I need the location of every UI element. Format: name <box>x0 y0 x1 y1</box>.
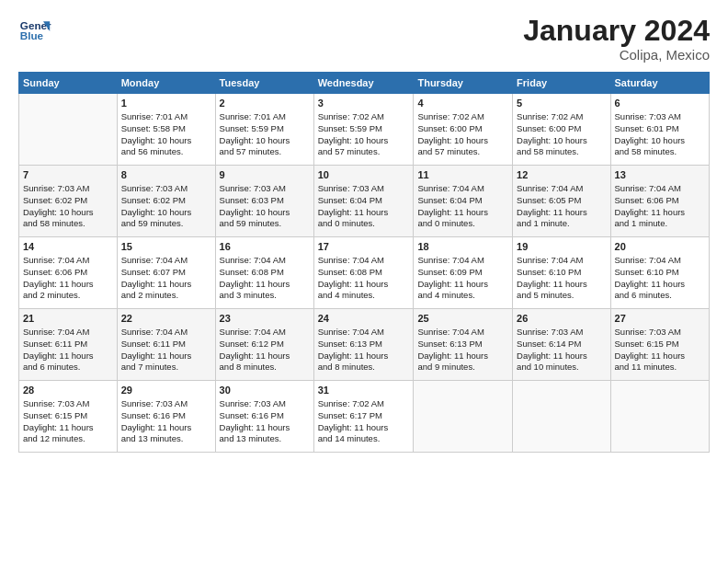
day-number: 15 <box>121 240 211 254</box>
week-row-2: 7Sunrise: 7:03 AMSunset: 6:02 PMDaylight… <box>19 166 710 237</box>
cell-info-line: and 58 minutes. <box>615 146 705 158</box>
header: General Blue January 2024 Colipa, Mexico <box>18 15 710 63</box>
cell-info-line: Sunrise: 7:04 AM <box>318 255 410 267</box>
calendar-cell: 1Sunrise: 7:01 AMSunset: 5:58 PMDaylight… <box>117 94 215 166</box>
cell-info-line: Sunrise: 7:02 AM <box>318 111 410 123</box>
cell-info-line: and 3 minutes. <box>220 290 310 302</box>
cell-info-line: Sunrise: 7:02 AM <box>417 111 508 123</box>
cell-info-line: Daylight: 10 hours <box>517 135 606 147</box>
cell-info-line: Daylight: 11 hours <box>23 350 113 362</box>
calendar-cell: 10Sunrise: 7:03 AMSunset: 6:04 PMDayligh… <box>313 166 414 237</box>
cell-info-line: Sunset: 6:13 PM <box>417 339 508 350</box>
cell-info-line: Sunset: 6:10 PM <box>615 267 705 279</box>
calendar-cell: 7Sunrise: 7:03 AMSunset: 6:02 PMDaylight… <box>19 166 118 237</box>
cell-info-line: Sunrise: 7:04 AM <box>615 183 705 195</box>
cell-info-line: Sunrise: 7:04 AM <box>220 255 310 267</box>
cell-info-line: Daylight: 11 hours <box>615 279 705 291</box>
cell-info-line: Daylight: 11 hours <box>220 350 310 362</box>
cell-info-line: and 56 minutes. <box>121 146 211 158</box>
cell-info-line: Sunrise: 7:04 AM <box>517 183 606 195</box>
day-number: 30 <box>220 384 310 397</box>
svg-text:Blue: Blue <box>20 29 44 41</box>
cell-info-line: and 58 minutes. <box>23 218 113 230</box>
col-sunday: Sunday <box>19 73 118 94</box>
cell-info-line: and 2 minutes. <box>23 290 113 302</box>
cell-info-line: Sunrise: 7:04 AM <box>220 327 310 339</box>
cell-info-line: Sunrise: 7:04 AM <box>318 327 410 339</box>
cell-info-line: Daylight: 11 hours <box>220 279 310 291</box>
cell-info-line: Sunrise: 7:01 AM <box>220 111 310 123</box>
day-number: 17 <box>318 240 410 254</box>
cell-info-line: Daylight: 11 hours <box>220 422 310 434</box>
cell-info-line: Daylight: 11 hours <box>121 422 211 434</box>
cell-info-line: Sunrise: 7:04 AM <box>517 255 606 267</box>
cell-info-line: Sunrise: 7:04 AM <box>23 327 113 339</box>
day-number: 4 <box>417 97 508 110</box>
cell-info-line: and 58 minutes. <box>517 146 606 158</box>
calendar-cell: 16Sunrise: 7:04 AMSunset: 6:08 PMDayligh… <box>215 237 313 309</box>
cell-info-line: and 57 minutes. <box>318 146 410 158</box>
day-number: 2 <box>220 97 310 110</box>
day-number: 6 <box>615 97 705 110</box>
cell-info-line: Sunset: 6:08 PM <box>318 267 410 279</box>
title-block: January 2024 Colipa, Mexico <box>523 15 710 63</box>
cell-info-line: Sunset: 6:06 PM <box>615 195 705 207</box>
cell-info-line: Sunset: 6:16 PM <box>220 410 310 422</box>
calendar-cell: 19Sunrise: 7:04 AMSunset: 6:10 PMDayligh… <box>513 237 610 309</box>
day-number: 20 <box>615 240 705 254</box>
day-number: 18 <box>417 240 508 254</box>
week-row-5: 28Sunrise: 7:03 AMSunset: 6:15 PMDayligh… <box>19 381 710 453</box>
cell-info-line: Sunset: 6:14 PM <box>517 339 606 350</box>
subtitle: Colipa, Mexico <box>523 47 710 63</box>
cell-info-line: and 0 minutes. <box>318 218 410 230</box>
cell-info-line: Sunset: 6:11 PM <box>121 339 211 350</box>
calendar-cell <box>513 381 610 453</box>
day-number: 31 <box>318 384 410 397</box>
calendar-cell: 2Sunrise: 7:01 AMSunset: 5:59 PMDaylight… <box>215 94 313 166</box>
cell-info-line: and 14 minutes. <box>318 433 410 445</box>
day-number: 12 <box>517 168 606 182</box>
cell-info-line: Sunset: 6:05 PM <box>517 195 606 207</box>
cell-info-line: Sunrise: 7:02 AM <box>318 398 410 410</box>
cell-info-line: Sunrise: 7:03 AM <box>121 183 211 195</box>
cell-info-line: and 2 minutes. <box>121 290 211 302</box>
cell-info-line: Daylight: 10 hours <box>121 207 211 219</box>
calendar-cell: 11Sunrise: 7:04 AMSunset: 6:04 PMDayligh… <box>414 166 513 237</box>
day-number: 19 <box>517 240 606 254</box>
cell-info-line: Sunset: 5:59 PM <box>318 123 410 135</box>
day-number: 16 <box>220 240 310 254</box>
cell-info-line: Daylight: 11 hours <box>417 279 508 291</box>
day-number: 23 <box>220 312 310 326</box>
cell-info-line: Sunset: 5:58 PM <box>121 123 211 135</box>
cell-info-line: Daylight: 11 hours <box>318 350 410 362</box>
cell-info-line: and 1 minute. <box>615 218 705 230</box>
cell-info-line: Daylight: 10 hours <box>318 135 410 147</box>
col-friday: Friday <box>513 73 610 94</box>
cell-info-line: and 6 minutes. <box>23 362 113 373</box>
cell-info-line: Sunset: 6:00 PM <box>417 123 508 135</box>
day-number: 27 <box>615 312 705 326</box>
calendar-cell: 15Sunrise: 7:04 AMSunset: 6:07 PMDayligh… <box>117 237 215 309</box>
cell-info-line: Daylight: 11 hours <box>615 350 705 362</box>
calendar-cell: 18Sunrise: 7:04 AMSunset: 6:09 PMDayligh… <box>414 237 513 309</box>
week-row-3: 14Sunrise: 7:04 AMSunset: 6:06 PMDayligh… <box>19 237 710 309</box>
col-saturday: Saturday <box>610 73 709 94</box>
cell-info-line: Daylight: 11 hours <box>517 279 606 291</box>
calendar-cell <box>19 94 118 166</box>
calendar-cell: 13Sunrise: 7:04 AMSunset: 6:06 PMDayligh… <box>610 166 709 237</box>
cell-info-line: Sunset: 6:01 PM <box>615 123 705 135</box>
cell-info-line: Sunset: 6:17 PM <box>318 410 410 422</box>
cell-info-line: and 13 minutes. <box>121 433 211 445</box>
cell-info-line: Sunrise: 7:04 AM <box>417 255 508 267</box>
cell-info-line: Sunrise: 7:04 AM <box>417 327 508 339</box>
calendar-cell: 25Sunrise: 7:04 AMSunset: 6:13 PMDayligh… <box>414 309 513 381</box>
day-number: 1 <box>121 97 211 110</box>
calendar-cell: 6Sunrise: 7:03 AMSunset: 6:01 PMDaylight… <box>610 94 709 166</box>
day-number: 22 <box>121 312 211 326</box>
cell-info-line: Daylight: 11 hours <box>121 279 211 291</box>
cell-info-line: Sunset: 6:09 PM <box>417 267 508 279</box>
cell-info-line: Sunset: 6:12 PM <box>220 339 310 350</box>
calendar-cell: 27Sunrise: 7:03 AMSunset: 6:15 PMDayligh… <box>610 309 709 381</box>
cell-info-line: Sunrise: 7:04 AM <box>121 255 211 267</box>
cell-info-line: Daylight: 11 hours <box>318 279 410 291</box>
